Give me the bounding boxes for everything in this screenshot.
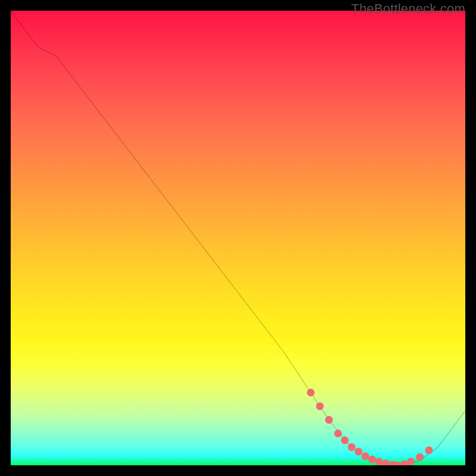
marker-dot [355,448,362,456]
marker-dot [416,453,424,461]
marker-dot [368,456,376,464]
bottleneck-curve [11,11,465,465]
chart-svg [11,11,465,465]
marker-dot [307,389,315,396]
marker-dot [407,458,415,465]
plot-area [11,11,465,465]
marker-dot [425,446,433,454]
marker-dot [361,452,369,460]
watermark-text: TheBottleneck.com [351,1,465,17]
marker-dot [316,402,324,410]
marker-dot [375,458,383,465]
marker-dot [348,443,356,451]
marker-dot [400,461,408,465]
marker-dot [341,436,349,444]
marker-dot [382,459,390,465]
marker-dot [334,430,342,437]
marker-dot [325,416,333,424]
highlight-dots [307,389,433,465]
